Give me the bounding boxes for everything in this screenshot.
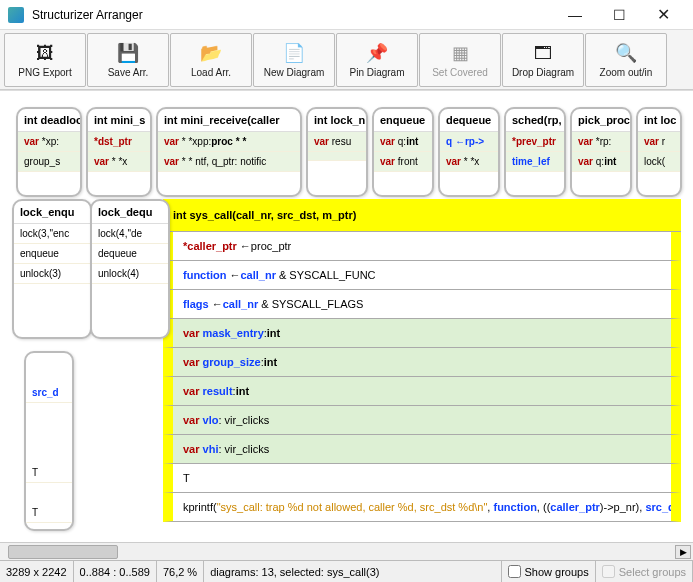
diagram-statement[interactable]: T — [163, 464, 681, 493]
show-groups-checkbox[interactable]: Show groups — [502, 561, 596, 582]
toolbar-load-arr-[interactable]: 📂Load Arr. — [170, 33, 252, 87]
diagram-statement[interactable]: var mask_entry:int — [163, 319, 681, 348]
diagram-title: int sys_call(call_nr, src_dst, m_ptr) — [163, 199, 681, 232]
toolbar-save-arr-[interactable]: 💾Save Arr. — [87, 33, 169, 87]
new-diagram-icon: 📄 — [283, 42, 305, 64]
load-arr--icon: 📂 — [200, 42, 222, 64]
status-zoom: 76,2 % — [157, 561, 204, 582]
diagram-statement[interactable]: *caller_ptr ←proc_ptr — [163, 232, 681, 261]
diagram-card[interactable]: int locvar rlock( — [636, 107, 682, 197]
status-info: diagrams: 13, selected: sys_call(3) — [204, 561, 501, 582]
titlebar: Structurizer Arranger — ☐ ✕ — [0, 0, 693, 30]
app-icon — [8, 7, 24, 23]
diagram-statement[interactable]: function ←call_nr & SYSCALL_FUNC — [163, 261, 681, 290]
toolbar-pin-diagram[interactable]: 📌Pin Diagram — [336, 33, 418, 87]
toolbar: 🖼PNG Export💾Save Arr.📂Load Arr.📄New Diag… — [0, 30, 693, 90]
horizontal-scrollbar[interactable]: ▶ — [0, 542, 693, 560]
status-viewport: 0..884 : 0..589 — [74, 561, 157, 582]
close-button[interactable]: ✕ — [641, 1, 685, 29]
diagram-card[interactable]: lock_enqulock(3,"encenqueueunlock(3) — [12, 199, 92, 339]
zoom-out-in-icon: 🔍 — [615, 42, 637, 64]
diagram-card[interactable]: sched(rp,*prev_ptrtime_lef — [504, 107, 566, 197]
diagram-canvas[interactable]: int locvar rlock(pick_procvar *rp:var q:… — [0, 90, 693, 542]
diagram-card[interactable]: dequeueq ←rp->var * *x — [438, 107, 500, 197]
diagram-card[interactable]: pick_procvar *rp:var q:int — [570, 107, 632, 197]
diagram-statement[interactable]: var group_size:int — [163, 348, 681, 377]
set-covered-icon: ▦ — [449, 42, 471, 64]
png-export-icon: 🖼 — [34, 42, 56, 64]
drop-diagram-icon: 🗔 — [532, 42, 554, 64]
diagram-statement[interactable]: var vhi: vir_clicks — [163, 435, 681, 464]
toolbar-new-diagram[interactable]: 📄New Diagram — [253, 33, 335, 87]
diagram-card[interactable]: int lock_nvar resu — [306, 107, 368, 197]
diagram-card[interactable]: enqueuevar q:intvar front — [372, 107, 434, 197]
save-arr--icon: 💾 — [117, 42, 139, 64]
scrollbar-right-arrow[interactable]: ▶ — [675, 545, 691, 559]
status-canvas-size: 3289 x 2242 — [0, 561, 74, 582]
diagram-sys-call[interactable]: int sys_call(call_nr, src_dst, m_ptr) *c… — [163, 199, 681, 534]
diagram-statement[interactable]: var result:int — [163, 377, 681, 406]
diagram-statement[interactable]: flags ←call_nr & SYSCALL_FLAGS — [163, 290, 681, 319]
window-title: Structurizer Arranger — [32, 8, 553, 22]
toolbar-png-export[interactable]: 🖼PNG Export — [4, 33, 86, 87]
scrollbar-thumb[interactable] — [8, 545, 118, 559]
toolbar-drop-diagram[interactable]: 🗔Drop Diagram — [502, 33, 584, 87]
diagram-card[interactable]: int deadlocvar *xp:group_s — [16, 107, 82, 197]
diagram-fragment[interactable]: src_dTT — [24, 351, 74, 531]
diagram-card[interactable]: int mini_receive(callervar * *xpp:proc *… — [156, 107, 302, 197]
pin-diagram-icon: 📌 — [366, 42, 388, 64]
select-groups-checkbox: Select groups — [596, 561, 693, 582]
maximize-button[interactable]: ☐ — [597, 1, 641, 29]
minimize-button[interactable]: — — [553, 1, 597, 29]
diagram-statement[interactable]: var vlo: vir_clicks — [163, 406, 681, 435]
diagram-card[interactable]: lock_dequlock(4,"dedequeueunlock(4) — [90, 199, 170, 339]
toolbar-zoom-out-in[interactable]: 🔍Zoom out/in — [585, 33, 667, 87]
status-bar: 3289 x 2242 0..884 : 0..589 76,2 % diagr… — [0, 560, 693, 582]
diagram-statement[interactable]: kprintf("sys_call: trap %d not allowed, … — [163, 493, 681, 522]
diagram-card[interactable]: int mini_s*dst_ptrvar * *x — [86, 107, 152, 197]
toolbar-set-covered: ▦Set Covered — [419, 33, 501, 87]
